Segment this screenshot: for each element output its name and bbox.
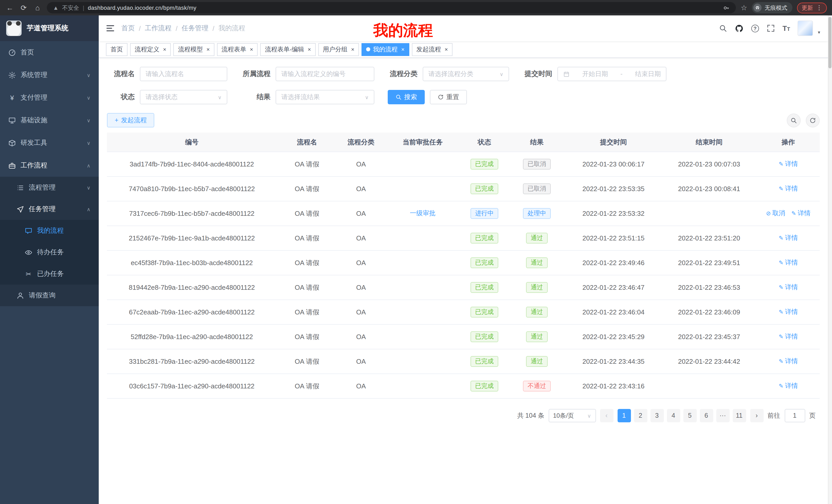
sidebar-item-leave-query[interactable]: 请假查询 [0,285,99,306]
app-logo[interactable]: 芋道管理系统 [0,16,99,41]
key-icon[interactable] [723,4,730,11]
search-button[interactable]: 搜索 [388,90,425,104]
table-row[interactable]: 7317cec6-7b9b-11ec-b5b7-acde48001122 OA … [107,201,820,226]
detail-action-link[interactable]: ✎详情 [779,160,798,169]
pagination-page-1[interactable]: 1 [617,409,631,422]
help-icon[interactable]: ? [751,24,759,32]
goto-page-input[interactable] [784,409,805,422]
cell-process-name: OA 请假 [277,283,337,292]
close-icon[interactable]: × [163,46,166,52]
avatar[interactable] [798,21,813,36]
detail-action-link[interactable]: ✎详情 [791,209,810,218]
detail-action-link[interactable]: ✎详情 [779,308,798,316]
table-row[interactable]: ec45f38f-7b9a-11ec-b03b-acde48001122 OA … [107,251,820,275]
start-process-button[interactable]: + 发起流程 [107,113,155,128]
page-size-select[interactable]: 10条/页 ∨ [548,409,596,422]
table-row[interactable]: 03c6c157-7b9a-11ec-a290-acde48001122 OA … [107,374,820,399]
detail-action-link[interactable]: ✎详情 [779,258,798,267]
table-body: 3ad174fb-7b9d-11ec-8404-acde48001122 OA … [107,152,820,399]
pagination-page-6[interactable]: 6 [700,409,713,422]
reset-button[interactable]: 重置 [430,90,467,104]
close-icon[interactable]: × [206,46,210,52]
tab-process-form-edit[interactable]: 流程表单-编辑× [260,43,316,56]
date-separator: - [620,71,622,78]
sidebar-item-workflow[interactable]: 工作流程 ∧ [0,154,99,177]
refresh-table-button[interactable] [806,113,820,127]
search-icon[interactable] [719,24,727,32]
incognito-badge[interactable]: 无痕模式 [752,2,792,13]
hamburger-icon[interactable] [106,25,114,31]
pagination-page-3[interactable]: 3 [650,409,664,422]
browser-back-icon[interactable]: ← [5,3,15,12]
browser-refresh-icon[interactable]: ⟳ [19,3,28,12]
close-icon[interactable]: × [250,46,253,52]
table-row[interactable]: 2152467e-7b9b-11ec-9a1b-acde48001122 OA … [107,226,820,251]
detail-action-link[interactable]: ✎详情 [779,382,798,390]
tab-user-group[interactable]: 用户分组× [318,43,359,56]
close-icon[interactable]: × [308,46,311,52]
close-icon[interactable]: × [351,46,355,52]
sidebar-item-infra[interactable]: 基础设施 ∨ [0,109,99,132]
category-select[interactable]: 请选择流程分类 ∨ [423,67,509,81]
avatar-caret-icon[interactable]: ▾ [818,30,820,36]
detail-action-link[interactable]: ✎详情 [779,283,798,292]
result-select[interactable]: 请选择流结果 ∨ [276,90,374,104]
font-size-icon[interactable]: TT [783,24,790,32]
fullscreen-icon[interactable] [767,24,775,32]
table-row[interactable]: 331bc281-7b9a-11ec-a290-acde48001122 OA … [107,349,820,374]
tab-process-model[interactable]: 流程模型× [174,43,214,56]
sidebar-item-process-mgmt[interactable]: 流程管理 ∨ [0,177,99,198]
pagination-prev-button[interactable]: ‹ [600,409,613,422]
sidebar-item-task-mgmt[interactable]: 任务管理 ∧ [0,198,99,220]
tab-home[interactable]: 首页 [106,43,128,56]
address-bar[interactable]: ▲ 不安全 | dashboard.yudao.iocoder.cn/bpm/t… [47,2,736,13]
browser-menu-icon[interactable]: ⋮ [816,4,822,11]
tab-my-process[interactable]: 我的流程× [362,43,409,56]
pagination-page-4[interactable]: 4 [667,409,680,422]
detail-action-link[interactable]: ✎详情 [779,185,798,193]
sidebar-item-home[interactable]: 首页 [0,41,99,64]
close-icon[interactable]: × [445,46,448,52]
table-row[interactable]: 3ad174fb-7b9d-11ec-8404-acde48001122 OA … [107,152,820,177]
breadcrumb-task-mgmt[interactable]: 任务管理 [182,24,209,33]
process-name-field[interactable] [140,67,227,81]
table-row[interactable]: 52ffd28e-7b9a-11ec-a290-acde48001122 OA … [107,325,820,349]
pagination-page-2[interactable]: 2 [634,409,647,422]
cancel-action-link[interactable]: ⊘取消 [766,209,785,218]
sidebar-item-payment[interactable]: ¥ 支付管理 ∨ [0,86,99,109]
process-name-input[interactable] [146,71,222,78]
pagination-more-icon[interactable]: ··· [716,409,729,422]
sidebar-item-todo-tasks[interactable]: 待办任务 [0,242,99,263]
toggle-search-button[interactable] [787,113,801,127]
pagination-page-11[interactable]: 11 [732,409,746,422]
detail-action-link[interactable]: ✎详情 [779,234,798,243]
process-def-field[interactable] [276,67,374,81]
pagination-page-5[interactable]: 5 [683,409,697,422]
close-icon[interactable]: × [401,46,405,52]
process-def-input[interactable] [281,71,369,78]
browser-home-icon[interactable]: ⌂ [33,3,42,12]
detail-action-link[interactable]: ✎详情 [779,357,798,366]
sidebar-item-system[interactable]: 系统管理 ∨ [0,64,99,86]
tab-process-form[interactable]: 流程表单× [217,43,258,56]
browser-update-button[interactable]: 更新 ⋮ [797,2,827,13]
status-select[interactable]: 请选择状态 ∨ [140,90,227,104]
current-task-link[interactable]: 一级审批 [410,209,436,217]
sidebar-item-devtools[interactable]: 研发工具 ∨ [0,132,99,154]
table-row[interactable]: 7470a810-7b9b-11ec-b5b7-acde48001122 OA … [107,177,820,201]
detail-action-link[interactable]: ✎详情 [779,332,798,341]
sidebar-item-my-process[interactable]: 我的流程 [0,220,99,242]
table-row[interactable]: 819442e8-7b9a-11ec-a290-acde48001122 OA … [107,275,820,300]
scrollbar-thumb[interactable] [828,17,831,68]
scrollbar[interactable] [828,16,832,504]
date-range-picker[interactable]: 开始日期 - 结束日期 [557,67,667,81]
tab-start-process[interactable]: 发起流程× [412,43,452,56]
pagination-next-button[interactable]: › [750,409,763,422]
tab-process-definition[interactable]: 流程定义× [130,43,171,56]
breadcrumb-home[interactable]: 首页 [121,24,135,33]
bookmark-star-icon[interactable]: ☆ [741,4,747,12]
breadcrumb-workflow[interactable]: 工作流程 [145,24,172,33]
sidebar-item-done-tasks[interactable]: ✂ 已办任务 [0,263,99,285]
table-row[interactable]: 67c2eaab-7b9a-11ec-a290-acde48001122 OA … [107,300,820,325]
github-icon[interactable] [735,24,744,33]
